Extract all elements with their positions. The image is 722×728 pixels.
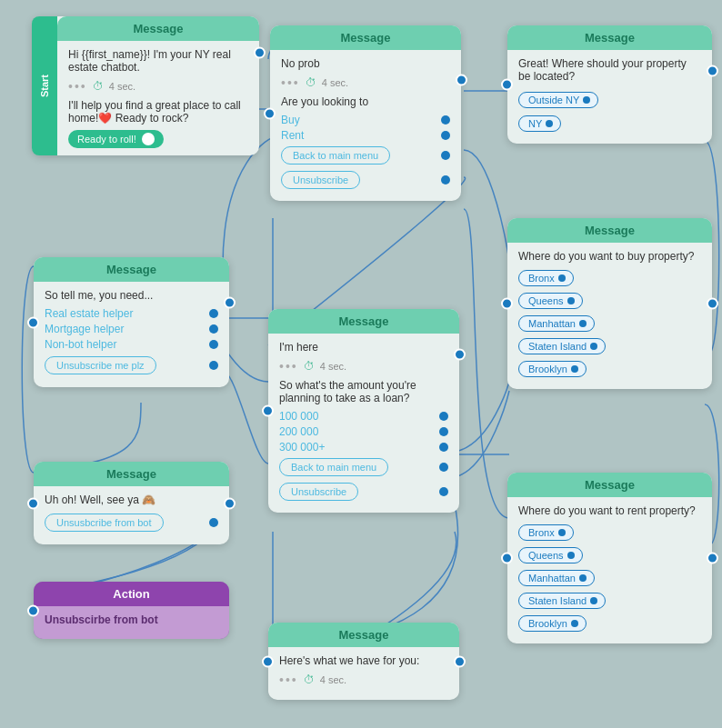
n3-outny-dot (583, 96, 590, 104)
n10-clock: ⏱ (304, 673, 315, 686)
n9-brooklyn[interactable]: Brooklyn (518, 613, 701, 633)
n5-back-dot (439, 463, 448, 472)
n10-node: Message Here's what we have for you: •••… (268, 623, 459, 700)
n2-clock: ⏱ (306, 76, 316, 89)
n8-queens[interactable]: Queens (518, 291, 701, 311)
n4-choice-nb[interactable]: Non-bot helper (45, 338, 218, 351)
n6-node: Message Uh oh! Well, see ya 🙈 Unsusbcrib… (34, 462, 229, 544)
n4-header: Message (34, 257, 229, 282)
n9-queens[interactable]: Queens (518, 545, 701, 565)
start-btn-label: Ready to roll! (77, 134, 136, 145)
n3-choice-outny[interactable]: Outside NY (518, 90, 701, 110)
n6-unsub-dot (209, 518, 218, 527)
n3-header: Message (507, 25, 712, 50)
n9-bronx-dot (558, 529, 566, 536)
start-clock: ⏱ (93, 80, 104, 93)
n2-choice-buy[interactable]: Buy (281, 114, 450, 126)
n5-back-btn[interactable]: Back to main menu (279, 458, 388, 476)
n10-header: Message (268, 623, 459, 647)
n2-dot-left (264, 107, 276, 119)
n5-300-dot (439, 443, 448, 452)
n8-bronx[interactable]: Bronx (518, 268, 701, 288)
start-node-header: Message (57, 16, 259, 41)
n7-msg1: Unsubscirbe from bot (45, 613, 218, 626)
n8-staten[interactable]: Staten Island (518, 336, 701, 356)
n4-choice-re[interactable]: Real estate helper (45, 307, 218, 320)
n9-brooklyn-dot (571, 620, 578, 627)
n5-300-label: 300 000+ (279, 441, 325, 454)
n9-node: Message Where do you want to rent proper… (507, 473, 712, 643)
n4-unsub-btn[interactable]: Unsubscribe me plz (45, 356, 156, 374)
n8-msg1: Where do you want to buy property? (518, 250, 701, 263)
start-msg1: Hi {{first_name}}! I'm your NY real esta… (68, 48, 248, 74)
n4-re-label: Real estate helper (45, 307, 133, 320)
n7-node: Action Unsubscirbe from bot (34, 582, 229, 639)
n4-nb-dot (209, 340, 218, 349)
start-msg2: I'll help you find a great place to call… (68, 99, 248, 125)
n5-msg2: So what's the amount you're planning to … (279, 379, 448, 404)
n8-queens-dot (567, 297, 575, 304)
n9-staten[interactable]: Staten Island (518, 591, 701, 611)
n8-header: Message (507, 218, 712, 243)
start-btn[interactable]: Ready to roll! (68, 130, 164, 148)
n2-buy-label: Buy (281, 114, 300, 126)
n6-dot-left (27, 497, 39, 509)
n2-unsub-btn[interactable]: Unsubscribe (281, 171, 360, 189)
n2-unsub-dot (441, 175, 450, 184)
n10-dot-right (454, 655, 466, 667)
start-badge: Start (39, 75, 50, 97)
n8-dot-right (707, 298, 718, 310)
n8-bronx-dot (558, 274, 566, 282)
n5-unsub-btn[interactable]: Unsubscribe (279, 483, 358, 501)
n10-dot-left (262, 655, 274, 667)
n3-choice-ny[interactable]: NY (518, 114, 701, 134)
n9-staten-label: Staten Island (518, 593, 606, 609)
n5-header: Message (268, 309, 459, 334)
start-meta1: 4 sec. (109, 81, 135, 92)
n6-unsub-btn[interactable]: Unsusbcribe from bot (45, 514, 164, 532)
n7-header: Action (34, 582, 229, 606)
n3-dot-right (707, 65, 718, 77)
n8-node: Message Where do you want to buy propert… (507, 218, 712, 389)
n9-header: Message (507, 473, 712, 497)
n3-msg1: Great! Where should your property be loc… (518, 57, 701, 83)
n7-dot-left (27, 604, 39, 616)
n5-200-dot (439, 427, 448, 436)
n4-choice-mort[interactable]: Mortgage helper (45, 323, 218, 335)
n5-clock: ⏱ (304, 360, 315, 373)
n5-unsub-dot (439, 487, 448, 496)
n3-node: Message Great! Where should your propert… (507, 25, 712, 144)
n8-brooklyn[interactable]: Brooklyn (518, 359, 701, 379)
n9-bronx[interactable]: Bronx (518, 523, 701, 543)
n2-dot-right (456, 75, 467, 86)
n6-header: Message (34, 462, 229, 486)
toggle-circle (142, 133, 155, 145)
n9-brooklyn-label: Brooklyn (518, 615, 587, 632)
n9-manhattan-dot (579, 574, 587, 582)
n5-dots: ••• (279, 359, 298, 374)
n9-queens-dot (567, 552, 575, 559)
start-dot-right (254, 47, 266, 59)
n5-node: Message I'm here ••• ⏱ 4 sec. So what's … (268, 309, 459, 513)
n5-choice-300[interactable]: 300 000+ (279, 441, 448, 454)
n9-manhattan[interactable]: Manhattan (518, 568, 701, 588)
n5-choice-100[interactable]: 100 000 (279, 410, 448, 423)
n2-back-btn[interactable]: Back to main menu (281, 146, 390, 165)
n2-node: Message No prob ••• ⏱ 4 sec. Are you loo… (270, 25, 461, 201)
n4-nb-label: Non-bot helper (45, 338, 116, 351)
n3-dot-left (501, 79, 513, 91)
n2-rent-dot (441, 131, 450, 140)
n10-dots: ••• (279, 673, 298, 687)
n2-choice-rent[interactable]: Rent (281, 129, 450, 142)
n8-manhattan-label: Manhattan (518, 315, 595, 332)
n2-rent-label: Rent (281, 129, 304, 142)
n3-ny-dot (546, 120, 553, 127)
n5-dot-right (454, 349, 466, 361)
n5-choice-200[interactable]: 200 000 (279, 425, 448, 438)
n2-back-dot (441, 151, 450, 160)
n9-dot-left (501, 553, 513, 564)
n8-brooklyn-label: Brooklyn (518, 361, 587, 377)
n8-manhattan[interactable]: Manhattan (518, 314, 701, 334)
n4-unsub-dot (209, 361, 218, 370)
n4-re-dot (209, 309, 218, 318)
